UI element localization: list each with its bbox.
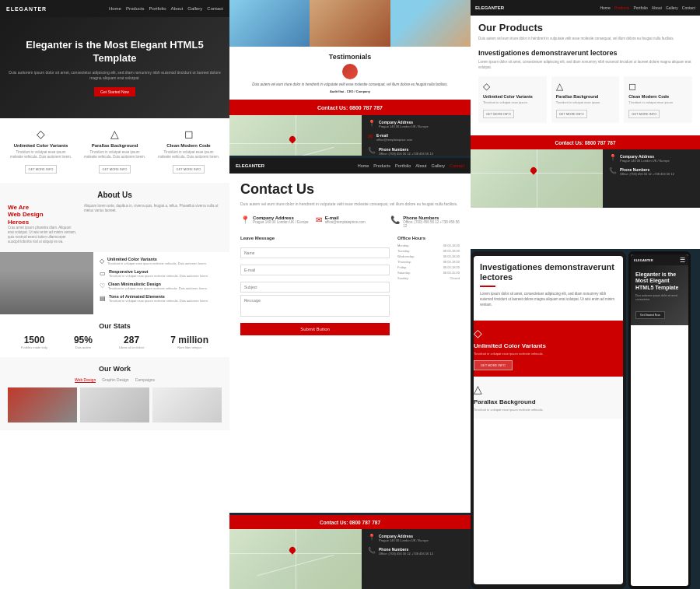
- address-value-3: Prague 140 00 London UK / Europe: [620, 159, 670, 163]
- map-bg-bottom: [229, 529, 362, 589]
- mobile-menu-icon[interactable]: ☰: [680, 257, 685, 264]
- hour-thursday-time: 08.00-18.00: [443, 260, 460, 264]
- products-grid: ◇ Unlimited Color Variants Tincidunt in …: [478, 76, 692, 123]
- hour-sunday: Sunday: Closed: [397, 276, 460, 280]
- contact-nav-contact[interactable]: Contact: [450, 163, 464, 168]
- left-nav-gallery[interactable]: Gallery: [187, 6, 202, 11]
- phone-icon-2: 📞: [368, 547, 376, 554]
- tablet-red-icon: ◇: [474, 327, 623, 339]
- contact-info-top: 📍 Company Address Prague 140 00 London U…: [362, 115, 471, 156]
- about-feat-icon-3: ♡: [100, 282, 105, 289]
- card-phone-text: Phone Numbers Office: (700) 456 56 12 +7…: [403, 216, 460, 228]
- hour-tuesday: Tuesday: 08.00-18.00: [397, 249, 460, 253]
- tab-campaigns[interactable]: Campaigns: [135, 377, 155, 383]
- feature-btn-3[interactable]: GET MORE INFO: [173, 165, 205, 174]
- center-bottom-map-row: 📍 Company Address Prague 140 00 London U…: [229, 529, 471, 589]
- card-email-value: office@templateprice.com: [325, 220, 366, 224]
- feature-title-3: Clean Modern Code: [158, 143, 220, 148]
- form-subject-input[interactable]: [240, 282, 390, 293]
- hour-wednesday-day: Wednesday:: [397, 254, 415, 258]
- products-nav-gallery[interactable]: Gallery: [666, 5, 678, 10]
- products-nav-about[interactable]: About: [652, 5, 662, 10]
- phone-content-2: Phone Numbers Office: (700) 456 56 12 +7…: [379, 547, 433, 556]
- hour-sunday-day: Sunday:: [397, 276, 409, 280]
- hour-tuesday-day: Tuesday:: [397, 249, 410, 253]
- hour-saturday: Saturday: 08.00-15.00: [397, 271, 460, 275]
- feature-title-1: Unlimited Color Variants: [10, 143, 72, 148]
- products-grid-btn-1[interactable]: GET MORE INFO: [483, 110, 514, 118]
- products-nav-portfolio[interactable]: Portfolio: [634, 5, 648, 10]
- about-feat-content-1: Unlimited Color Variants Tincidunt in vo…: [107, 257, 207, 265]
- center-bottom-banner-text: Contact Us: 0800 787 787: [320, 520, 380, 525]
- hero-section: Eleganter is the Most Elegant HTML5 Temp…: [0, 17, 229, 118]
- testimonials-title: Testimonials: [239, 53, 461, 61]
- company-address-value: Prague 140 00 London UK / Europe: [379, 124, 429, 128]
- contact-nav-about[interactable]: About: [415, 163, 426, 168]
- contact-info-bottom: 📍 Company Address Prague 140 00 London U…: [362, 529, 471, 589]
- stat-label-3: Libras sit in dolore: [119, 345, 144, 349]
- contact-banner-text-top: Contact Us: 0800 787 787: [317, 105, 383, 110]
- products-contact-text: Contact Us: 0800 787 787: [555, 140, 615, 145]
- testimonials-author: Audit Ihai - CEO / Company: [239, 89, 461, 93]
- tablet-red-btn[interactable]: GET MORE INFO: [474, 360, 513, 370]
- form-name-input[interactable]: [240, 247, 390, 258]
- contact-nav-gallery[interactable]: Gallery: [432, 163, 445, 168]
- products-grid-title-1: Unlimited Color Variants: [483, 94, 542, 99]
- panel-left: ELEGANTER Home Products Portfolio About …: [0, 0, 229, 589]
- email-value: office@templateprice.com: [376, 138, 412, 142]
- contact-nav-products[interactable]: Products: [373, 163, 390, 168]
- tab-web-design[interactable]: Web Design: [75, 377, 96, 383]
- work-img-laptop: [152, 387, 222, 422]
- phone-value-2: Office: (700) 456 56 12 +738 456 56 12: [379, 552, 433, 556]
- hour-friday: Friday: 08.00-18.00: [397, 265, 460, 269]
- left-nav-products[interactable]: Products: [126, 6, 145, 11]
- products-content: Our Products Duis autem vel eum iriure d…: [471, 16, 700, 135]
- address-value-2: Prague 140 00 London UK / Europe: [379, 538, 429, 542]
- center-bottom-map: Contact Us: 0800 787 787 📍 Company: [229, 515, 471, 589]
- about-feat-text-4: Tincidunt in volutpat esse ipsum molesti…: [109, 299, 208, 303]
- feature-btn-2[interactable]: GET MORE INFO: [99, 165, 131, 174]
- left-nav-home[interactable]: Home: [109, 6, 121, 11]
- left-nav-portfolio[interactable]: Portfolio: [149, 6, 166, 11]
- products-grid-btn-2[interactable]: GET MORE INFO: [556, 110, 587, 118]
- products-nav-home[interactable]: Home: [600, 5, 610, 10]
- about-feat-text-1: Tincidunt in volutpat esse ipsum molesti…: [107, 261, 207, 265]
- mobile-logo: ELEGANTER: [634, 258, 653, 262]
- stat-4: 7 million Nam liber tempor: [170, 335, 208, 349]
- mobile-hero-title: Eleganter is the Most Elegant HTML5 Temp…: [635, 272, 684, 291]
- form-email-input[interactable]: [240, 265, 390, 275]
- panel-right: ELEGANTER Home Products Portfolio About …: [471, 0, 700, 589]
- left-nav-about[interactable]: About: [171, 6, 184, 11]
- products-nav-products[interactable]: Products: [614, 5, 630, 10]
- contact-nav-portfolio[interactable]: Portfolio: [395, 163, 411, 168]
- form-message-textarea[interactable]: [240, 295, 390, 317]
- hour-sunday-time: Closed: [450, 276, 460, 280]
- contact-nav-home[interactable]: Home: [358, 163, 369, 168]
- hero-cta-button[interactable]: Get Started Now: [94, 87, 135, 96]
- card-phone-value: Office: (700) 456 56 12 +738 456 56 12: [403, 220, 460, 228]
- form-submit-button[interactable]: Submit Button: [240, 323, 390, 335]
- features-section: ◇ Unlimited Color Variants Tincidunt in …: [0, 118, 229, 183]
- products-grid-text-3: Tincidunt in volutpat esse ipsum.: [628, 100, 688, 104]
- right-products-page: ELEGANTER Home Products Portfolio About …: [471, 0, 700, 249]
- address-content-2: Company Address Prague 140 00 London UK …: [379, 534, 429, 542]
- products-grid-btn-3[interactable]: GET MORE INFO: [628, 110, 660, 118]
- mobile-cta-button[interactable]: Get Started Now: [635, 311, 665, 319]
- phone-value: Office: (700) 456 56 12 +738 456 56 12: [379, 152, 433, 156]
- card-location-icon: 📍: [240, 216, 250, 224]
- tablet-gray-text: Tincidunt in volutpat esse ipsum molesti…: [474, 408, 623, 412]
- products-subtitle: Duis autem vel eum iriure dolor in hendr…: [478, 37, 692, 41]
- form-left: Leave Message Submit Button: [240, 236, 390, 335]
- hour-saturday-time: 08.00-15.00: [443, 271, 460, 275]
- stat-label-2: Duis autem: [74, 345, 93, 349]
- about-features-list: ◇ Unlimited Color Variants Tincidunt in …: [93, 252, 229, 314]
- stats-section: Our Stats 1500 Foobles made truly 95% Du…: [0, 314, 229, 357]
- tab-graphic-design[interactable]: Graphic Design: [102, 377, 128, 383]
- products-nav-contact[interactable]: Contact: [682, 5, 695, 10]
- products-grid-text-2: Tincidunt in volutpat esse ipsum.: [556, 100, 615, 104]
- feature-btn-1[interactable]: GET MORE INFO: [25, 165, 58, 174]
- phone-content-3: Phone Numbers Office: (700) 456 56 12 +7…: [620, 167, 674, 176]
- location-icon-2: 📍: [368, 534, 376, 541]
- map-container-bottom: [229, 529, 362, 589]
- left-nav-contact[interactable]: Contact: [207, 6, 223, 11]
